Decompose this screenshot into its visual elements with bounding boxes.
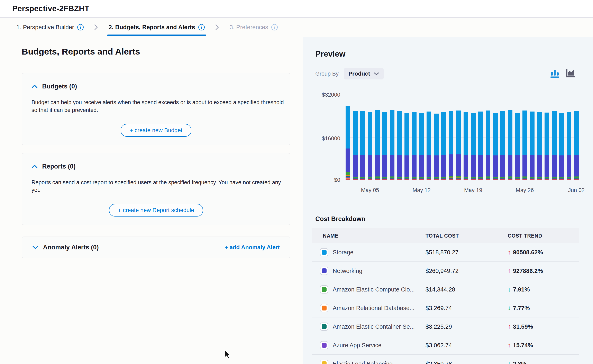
stacked-bar[interactable] [537,95,542,180]
stacked-bar[interactable] [493,95,498,180]
series-color-toggle[interactable] [320,360,328,364]
reports-title: Reports (0) [42,163,76,170]
series-color-toggle[interactable] [320,285,328,293]
stacked-bar[interactable] [522,95,527,180]
bar-segment [559,113,564,156]
bar-chart-icon[interactable] [550,69,560,78]
preview-panel: Preview Group By Product [303,37,593,364]
groupby-dropdown[interactable]: Product [344,68,384,79]
series-color-toggle[interactable] [320,341,328,349]
stacked-bar[interactable] [567,95,571,180]
bar-segment [545,179,549,180]
page-title: Perspective-2FBZHT [12,4,89,13]
stacked-bar[interactable] [434,95,439,180]
trend-arrow-icon: ↓ [508,304,511,312]
y-axis-tick: $0 [315,177,340,183]
bar-segment [567,179,571,180]
bar-segment [412,155,417,177]
stacked-bar[interactable] [441,95,446,180]
create-budget-button[interactable]: + create new Budget [121,124,191,137]
bar-segment [382,112,387,155]
info-icon[interactable]: i [198,24,205,30]
budgets-description: Budget can help you receive alerts when … [32,99,287,114]
stacked-bar[interactable] [552,95,557,180]
stacked-bar[interactable] [405,95,409,180]
perspective-builder-page: { "header": { "title": "Perspective-2FBZ… [0,0,593,364]
stacked-bar[interactable] [559,95,564,180]
bar-segment [426,155,431,176]
stacked-bar[interactable] [515,95,520,180]
y-axis-tick: $32000 [315,92,340,98]
stacked-bar[interactable] [346,95,350,180]
trend-value: 15.74% [513,342,533,349]
bar-segment [412,112,417,155]
stacked-bar[interactable] [353,95,358,180]
bar-segment [574,155,579,176]
area-chart-icon[interactable] [566,69,575,78]
reports-card-header[interactable]: Reports (0) [32,163,280,170]
series-color-toggle[interactable] [320,248,328,256]
bar-segment [478,155,483,176]
row-cost-trend: ↑90508.62% [508,249,579,256]
app-header: Perspective-2FBZHT [0,0,593,18]
stacked-bar[interactable] [486,95,490,180]
stacked-bar[interactable] [500,95,505,180]
stacked-bar[interactable] [360,95,365,180]
budgets-card-header[interactable]: Budgets (0) [32,83,280,90]
stacked-bar[interactable] [508,95,513,180]
stacked-bar[interactable] [545,95,549,180]
bar-segment [419,179,424,180]
bar-segment [559,179,564,180]
stacked-bar[interactable] [419,95,424,180]
info-icon[interactable]: i [77,24,84,30]
bar-segment [412,179,417,180]
info-icon[interactable]: i [271,24,278,30]
bar-segment [464,155,468,177]
row-name: Elastic Load Balancing [333,361,393,364]
tab-budgets-reports-alerts[interactable]: 2. Budgets, Reports and Alerts i [109,18,205,37]
bar-segment [346,106,350,149]
anomaly-card-header[interactable]: Anomaly Alerts (0) [32,244,99,251]
stacked-bar[interactable] [464,95,468,180]
series-color-toggle[interactable] [320,267,328,275]
table-row: Azure App Service $3,062.74 ↑15.74% [312,336,579,355]
stacked-bar[interactable] [574,95,579,180]
bar-segment [419,113,424,156]
bar-segment [574,179,579,180]
stacked-bar[interactable] [426,95,431,180]
series-color-toggle[interactable] [320,323,328,331]
tab-perspective-builder[interactable]: 1. Perspective Builder i [16,18,84,37]
bar-segment [486,155,490,177]
bar-segment [493,156,498,177]
series-color-toggle[interactable] [320,304,328,312]
stacked-bar[interactable] [478,95,483,180]
add-anomaly-alert-link[interactable]: + add Anomaly Alert [225,244,280,251]
stacked-bar[interactable] [530,95,534,180]
chevron-up-icon [32,165,38,168]
create-report-button[interactable]: + create new Report schedule [109,204,203,216]
stacked-bar[interactable] [368,95,372,180]
stacked-bar[interactable] [390,95,394,180]
stacked-bar[interactable] [375,95,380,180]
bar-segment [464,112,468,155]
stacked-bar[interactable] [449,95,453,180]
bar-segment [449,179,453,180]
stacked-bar[interactable] [412,95,417,180]
column-header-name: NAME [312,233,426,239]
tab-preferences[interactable]: 3. Preferences i [230,18,278,37]
bar-segment [522,155,527,176]
x-axis-tick: May 05 [361,187,379,194]
bar-segment [545,155,549,176]
bar-segment [552,179,557,180]
stacked-bar[interactable] [456,95,461,180]
stacked-bar[interactable] [382,95,387,180]
stacked-bar[interactable] [397,95,402,180]
bar-segment [515,179,520,180]
bar-segment [397,155,402,176]
series-color-swatch [322,324,326,329]
bar-segment [441,155,446,177]
stacked-bar[interactable] [471,95,476,180]
row-cost-trend: ↓7.91% [508,286,579,293]
bar-segment [500,155,505,176]
chart-plot-area [346,95,579,180]
